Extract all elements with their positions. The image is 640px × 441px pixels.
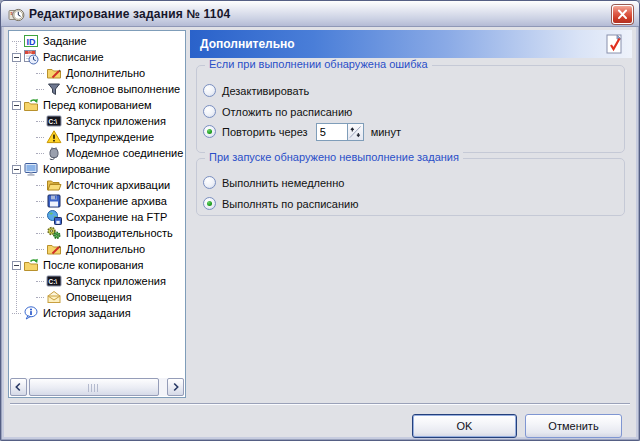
- radio-run-by-schedule[interactable]: [203, 197, 216, 210]
- tree-item[interactable]: Предупреждение: [10, 129, 184, 145]
- tree-connector: [36, 281, 44, 282]
- footer-divider: [10, 403, 630, 405]
- console-icon: C:\: [46, 273, 62, 289]
- tree-item[interactable]: После копирования: [10, 257, 184, 273]
- tree-rows: IDЗадание12РасписаниеДополнительноУсловн…: [10, 32, 184, 377]
- console-icon: C:\: [46, 113, 62, 129]
- option-label[interactable]: Повторить через: [222, 126, 308, 138]
- group-caption: При запуске обнаружено невыполнение зада…: [205, 151, 463, 163]
- calendar-clock-icon: 12: [23, 49, 39, 65]
- tree-connector: [36, 153, 44, 154]
- tree-item[interactable]: Сохранение на FTP: [10, 209, 184, 225]
- tree-item[interactable]: Копирование: [10, 161, 184, 177]
- cancel-button[interactable]: Отменить: [525, 414, 622, 438]
- tree-item-label: Запуск приложения: [66, 275, 166, 287]
- tree-item[interactable]: Оповещения: [10, 289, 184, 305]
- option-label[interactable]: Дезактивировать: [222, 85, 309, 97]
- scroll-left-icon[interactable]: [10, 378, 27, 396]
- tree-item-label: Предупреждение: [66, 131, 154, 143]
- option-label[interactable]: Отложить по расписанию: [222, 106, 352, 118]
- ok-button[interactable]: OK: [412, 414, 517, 438]
- option-postpone[interactable]: Отложить по расписанию: [203, 103, 352, 120]
- tree-item[interactable]: Дополнительно: [10, 65, 184, 81]
- option-retry[interactable]: Повторить через минут: [203, 123, 401, 140]
- tree-item[interactable]: История задания: [10, 305, 184, 321]
- tree-item-label: Оповещения: [66, 291, 132, 303]
- tree-item-label: Производительность: [66, 227, 173, 239]
- tree-item[interactable]: Модемное соединение: [10, 145, 184, 161]
- page-header: Дополнительно: [190, 30, 632, 58]
- tree-item-label: Задание: [43, 35, 87, 47]
- tree-item-label: История задания: [43, 307, 131, 319]
- computer-icon: [23, 161, 39, 177]
- folder-go-icon: [23, 97, 39, 113]
- tree-item-label: Расписание: [43, 51, 104, 63]
- tree-item[interactable]: Перед копированием: [10, 97, 184, 113]
- tree-connector: [36, 297, 44, 298]
- tree-item[interactable]: Производительность: [10, 225, 184, 241]
- tree-item-label: После копирования: [43, 259, 144, 271]
- window-title: Редактирование задания № 1104: [29, 1, 230, 27]
- tree-item[interactable]: 12Расписание: [10, 49, 184, 65]
- tree-item[interactable]: Условное выполнение: [10, 81, 184, 97]
- minutes-suffix-label: минут: [371, 126, 401, 138]
- tree-item-label: Дополнительно: [66, 67, 145, 79]
- tree-item-label: Запуск приложения: [66, 115, 166, 127]
- tree-expander-minus[interactable]: [12, 261, 21, 270]
- tree-connector: [12, 41, 21, 42]
- folder-go-icon: [23, 257, 39, 273]
- spinner-up-down-icon[interactable]: [347, 123, 364, 141]
- tree-connector: [36, 201, 44, 202]
- scroll-right-icon[interactable]: [167, 378, 184, 396]
- option-run-immediately[interactable]: Выполнить немедленно: [203, 174, 344, 191]
- radio-postpone[interactable]: [203, 105, 216, 118]
- modem-icon: [46, 145, 62, 161]
- tree-horizontal-scrollbar[interactable]: [10, 378, 184, 396]
- tree-item[interactable]: C:\Запуск приложения: [10, 113, 184, 129]
- tree-expander-minus[interactable]: [12, 53, 21, 62]
- tree-item[interactable]: IDЗадание: [10, 33, 184, 49]
- radio-run-immediately[interactable]: [203, 176, 216, 189]
- tree-item-label: Модемное соединение: [66, 147, 183, 159]
- close-icon[interactable]: [612, 5, 633, 24]
- tree-item-label: Сохранение на FTP: [66, 211, 167, 223]
- tree-connector: [36, 137, 44, 138]
- tree-item[interactable]: Источник архивации: [10, 177, 184, 193]
- tree-connector: [36, 185, 44, 186]
- info-icon: [23, 305, 39, 321]
- svg-text:12: 12: [28, 51, 32, 55]
- group-caption: Если при выполнении обнаружена ошибка: [205, 58, 432, 70]
- mail-icon: [46, 289, 62, 305]
- folder-edit-icon: [46, 65, 62, 81]
- tree-connector: [36, 121, 44, 122]
- option-deactivate[interactable]: Дезактивировать: [203, 82, 309, 99]
- tree-item-label: Дополнительно: [66, 243, 145, 255]
- radio-deactivate[interactable]: [203, 84, 216, 97]
- tree-item[interactable]: C:\Запуск приложения: [10, 273, 184, 289]
- task-settings-tree: IDЗадание12РасписаниеДополнительноУсловн…: [8, 30, 186, 398]
- scrollbar-thumb[interactable]: [29, 378, 159, 396]
- option-run-by-schedule[interactable]: Выполнять по расписанию: [203, 195, 358, 212]
- tree-item-label: Копирование: [43, 163, 110, 175]
- tree-expander-minus[interactable]: [12, 165, 21, 174]
- id-badge-icon: ID: [23, 33, 39, 49]
- page-title: Дополнительно: [190, 30, 632, 58]
- title-bar[interactable]: 5 Редактирование задания № 1104: [1, 1, 639, 27]
- missed-run-group: При запуске обнаружено невыполнение зада…: [196, 158, 625, 216]
- minutes-input[interactable]: [316, 123, 347, 141]
- tree-item[interactable]: Сохранение архива: [10, 193, 184, 209]
- tree-expander-minus[interactable]: [12, 101, 21, 110]
- option-label[interactable]: Выполнить немедленно: [222, 177, 344, 189]
- tree-item-label: Источник архивации: [66, 179, 170, 191]
- radio-retry[interactable]: [203, 125, 216, 138]
- svg-text:C:\: C:\: [49, 118, 58, 125]
- tree-connector: [36, 73, 44, 74]
- checked-document-icon: [602, 32, 626, 56]
- funnel-icon: [46, 81, 62, 97]
- tree-item[interactable]: Дополнительно: [10, 241, 184, 257]
- svg-text:C:\: C:\: [49, 278, 58, 285]
- globe-floppy-icon: [46, 209, 62, 225]
- gears-icon: [46, 225, 62, 241]
- option-label[interactable]: Выполнять по расписанию: [222, 198, 358, 210]
- tree-connector: [12, 313, 21, 314]
